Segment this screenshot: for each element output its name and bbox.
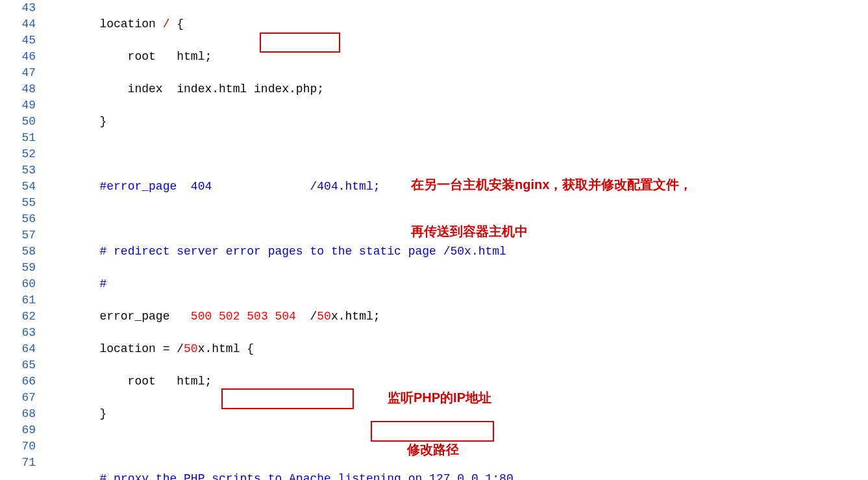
annotation-listen-php-ip: 监听PHP的IP地址 [388, 390, 491, 405]
line-number: 54 [0, 179, 36, 195]
line-number: 46 [0, 49, 36, 65]
line-number: 43 [0, 0, 36, 16]
line-number: 60 [0, 276, 36, 292]
line-number: 61 [0, 292, 36, 309]
line-number: 51 [0, 130, 36, 146]
line-number: 70 [0, 438, 36, 455]
line-number: 65 [0, 357, 36, 373]
line-number: 68 [0, 406, 36, 422]
line-number-gutter: 43 44 45 46 47 48 49 50 51 52 53 54 55 5… [0, 0, 43, 480]
code-line: # [43, 276, 868, 292]
line-number: 50 [0, 114, 36, 130]
line-number: 57 [0, 227, 36, 244]
code-line: error_page 500 502 503 504 /50x.html; [43, 309, 868, 325]
code-line: index index.html index.php; [43, 81, 868, 97]
line-number: 62 [0, 309, 36, 325]
line-number: 59 [0, 260, 36, 276]
line-number: 63 [0, 325, 36, 341]
code-line: # proxy the PHP scripts to Apache listen… [43, 471, 868, 480]
line-number: 55 [0, 195, 36, 211]
line-number: 58 [0, 244, 36, 260]
code-area[interactable]: location / { root html; index index.html… [43, 0, 868, 480]
annotation-modify-path: 修改路径 [407, 442, 459, 457]
line-number: 66 [0, 373, 36, 390]
code-line: location = /50x.html { [43, 341, 868, 357]
code-line: root html; [43, 49, 868, 65]
code-editor: 43 44 45 46 47 48 49 50 51 52 53 54 55 5… [0, 0, 868, 480]
line-number: 67 [0, 390, 36, 406]
line-number: 49 [0, 97, 36, 114]
line-number: 44 [0, 16, 36, 32]
code-line: } [43, 406, 868, 422]
annotation-text: 在另一台主机安装nginx，获取并修改配置文件， [411, 177, 692, 192]
code-line: } [43, 114, 868, 130]
line-number: 52 [0, 146, 36, 162]
line-number: 56 [0, 211, 36, 227]
line-number: 48 [0, 81, 36, 97]
line-number: 64 [0, 341, 36, 357]
line-number: 47 [0, 65, 36, 81]
line-number: 69 [0, 422, 36, 438]
line-number: 45 [0, 32, 36, 49]
line-number: 53 [0, 162, 36, 179]
annotation-text: 再传送到容器主机中 [411, 223, 692, 239]
annotation-install-nginx: 在另一台主机安装nginx，获取并修改配置文件， 再传送到容器主机中 [411, 145, 692, 270]
line-number: 71 [0, 455, 36, 471]
code-line: location / { [43, 16, 868, 32]
code-line: root html; [43, 373, 868, 390]
